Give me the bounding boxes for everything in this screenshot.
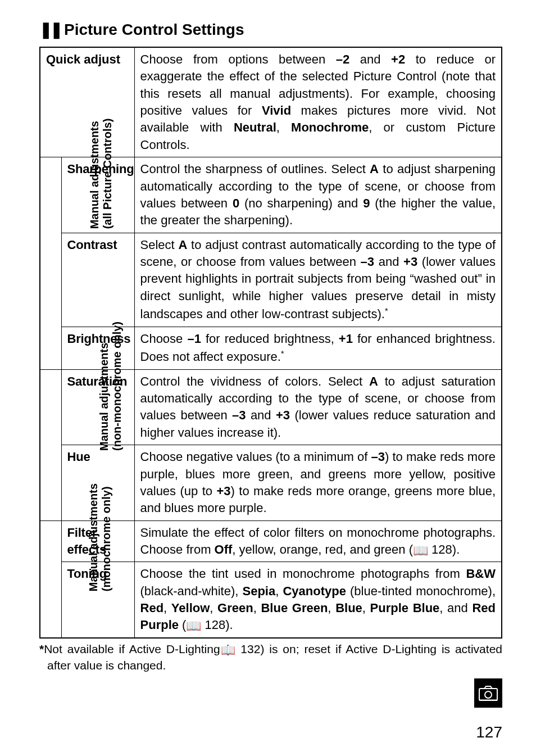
row-saturation-desc: Control the vividness of colors. Select …	[134, 369, 502, 445]
footnote-text: *Not available if Active D-Lighting (📖 1…	[39, 641, 502, 674]
svg-point-1	[485, 691, 492, 698]
settings-table: Quick adjust Choose from options between…	[39, 47, 502, 639]
group-all-picture-controls: Manual adjustments(all Picture Controls)	[40, 157, 61, 370]
row-quick-adjust-label: Quick adjust	[40, 47, 134, 157]
row-brightness-desc: Choose –1 for reduced brightness, +1 for…	[134, 327, 502, 369]
section-tab	[474, 678, 502, 708]
row-contrast-desc: Select A to adjust contrast automaticall…	[134, 233, 502, 327]
section-heading: ❚❚ Picture Control Settings	[39, 20, 502, 39]
heading-bars: ❚❚	[39, 20, 61, 39]
row-toning-desc: Choose the tint used in monochrome photo…	[134, 562, 502, 638]
page-number: 127	[476, 723, 502, 741]
group-monochrome: Manual adjustments(monochrome only)	[40, 520, 61, 638]
camera-icon	[479, 685, 498, 701]
row-contrast-label: Contrast	[61, 233, 134, 327]
row-hue-desc: Choose negative values (to a minimum of …	[134, 445, 502, 520]
group-non-monochrome: Manual adjustments(non-monochrome only)	[40, 369, 61, 520]
heading-text: Picture Control Settings	[64, 21, 244, 39]
row-filter-effects-desc: Simulate the effect of color filters on …	[134, 520, 502, 562]
row-sharpening-desc: Control the sharpness of outlines. Selec…	[134, 157, 502, 233]
row-quick-adjust-desc: Choose from options between –2 and +2 to…	[134, 47, 502, 157]
